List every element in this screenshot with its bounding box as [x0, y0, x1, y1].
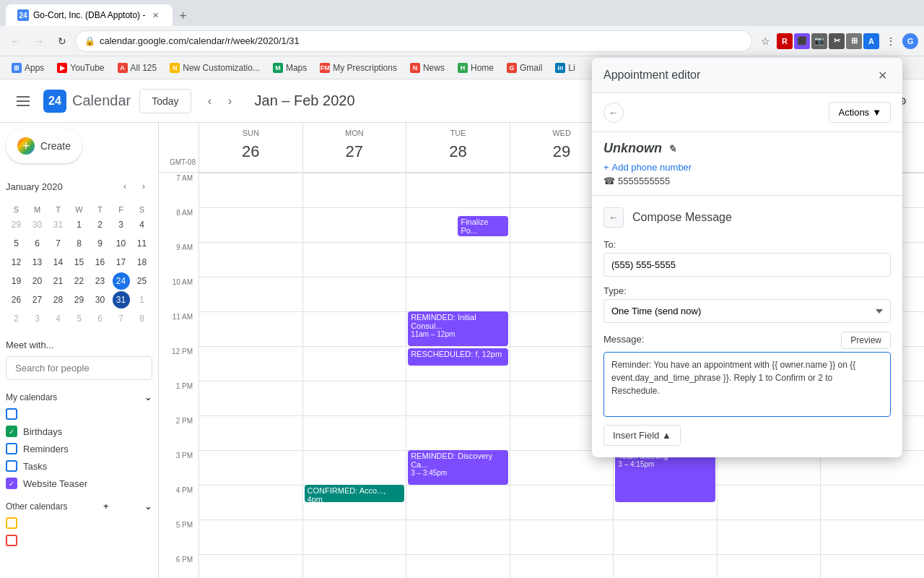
hour-6pm-fri[interactable]	[718, 554, 821, 578]
more-options-button[interactable]: ⋮	[881, 31, 901, 51]
search-people-input[interactable]	[6, 356, 152, 380]
ae-edit-icon[interactable]: ✎	[668, 143, 676, 155]
today-button[interactable]: Today	[139, 89, 191, 113]
hour-6pm-wed[interactable]	[510, 554, 614, 578]
back-button[interactable]: ←	[6, 31, 26, 51]
mini-cal-day-9[interactable]: 9	[92, 235, 109, 252]
hour-12pm-sun[interactable]	[199, 346, 302, 381]
hour-5pm-mon[interactable]	[303, 519, 406, 554]
mini-cal-day-18[interactable]: 18	[134, 254, 151, 271]
hour-1pm-tue[interactable]	[406, 381, 510, 415]
hour-6pm-tue[interactable]	[406, 554, 510, 578]
mini-cal-day-4[interactable]: 4	[134, 216, 151, 233]
mini-cal-day-2[interactable]: 2	[92, 216, 109, 233]
hour-6pm-thu[interactable]	[614, 554, 717, 578]
other-cal-item-1[interactable]	[6, 514, 152, 532]
hour-3pm-sun[interactable]	[199, 450, 302, 485]
type-select[interactable]: One Time (send now) Recurring Scheduled	[603, 299, 891, 323]
bookmark-home[interactable]: H Home	[452, 60, 500, 76]
mini-cal-day-23[interactable]: 23	[92, 272, 109, 290]
active-tab[interactable]: 24 Go-Cort, Inc. (DBA Apptoto) - ✕	[6, 4, 173, 26]
mini-cal-day-3-feb[interactable]: 3	[29, 310, 46, 327]
cal-item-reminders[interactable]: Reminders	[6, 440, 152, 457]
mini-cal-day-31-dec[interactable]: 31	[50, 216, 67, 233]
hour-5pm-fri[interactable]	[718, 519, 821, 554]
preview-button[interactable]: Preview	[841, 332, 891, 349]
new-tab-button[interactable]: +	[173, 6, 193, 26]
cal-item-tasks[interactable]: Tasks	[6, 457, 152, 475]
mini-cal-day-6[interactable]: 6	[29, 235, 46, 252]
ext-icon-6[interactable]: A	[863, 33, 879, 49]
hour-7am-mon[interactable]	[303, 173, 406, 207]
hour-2pm-mon[interactable]	[303, 415, 406, 450]
hour-6pm-sat[interactable]	[821, 554, 924, 578]
mini-cal-day-12[interactable]: 12	[8, 254, 25, 271]
mini-cal-day-11[interactable]: 11	[134, 235, 151, 252]
ext-icon-2[interactable]: ⬛	[794, 33, 810, 49]
bookmark-linkedin[interactable]: in Li	[549, 60, 580, 76]
mini-cal-day-8[interactable]: 8	[71, 235, 88, 252]
ext-icon-1[interactable]: R	[777, 33, 793, 49]
prev-week-button[interactable]: ‹	[200, 91, 220, 111]
mini-cal-day-28[interactable]: 28	[50, 291, 67, 309]
mini-cal-day-27[interactable]: 27	[29, 291, 46, 309]
other-calendars-add-icon[interactable]: +	[103, 501, 109, 512]
mini-cal-day-20[interactable]: 20	[29, 272, 46, 290]
cm-back-button[interactable]: ←	[603, 207, 624, 228]
address-bar[interactable]: 🔒 calendar.google.com/calendar/r/week/20…	[75, 30, 752, 52]
my-calendars-header[interactable]: My calendars ⌄	[6, 389, 152, 405]
mini-cal-day-1-feb[interactable]: 1	[134, 291, 151, 309]
cal-item-1[interactable]	[6, 405, 152, 423]
mini-cal-day-5[interactable]: 5	[8, 235, 25, 252]
mini-cal-day-16[interactable]: 16	[92, 254, 109, 271]
ext-icon-5[interactable]: ⊞	[846, 33, 862, 49]
forward-button[interactable]: →	[29, 31, 49, 51]
hour-5pm-tue[interactable]	[406, 519, 510, 554]
hour-9am-tue[interactable]	[406, 242, 510, 277]
mini-cal-day-2-feb[interactable]: 2	[8, 310, 25, 327]
hour-12pm-mon[interactable]	[303, 346, 406, 381]
mini-cal-day-5-feb[interactable]: 5	[71, 310, 88, 327]
ext-icon-3[interactable]: 📷	[811, 33, 827, 49]
cal-checkbox-tasks[interactable]	[6, 460, 17, 472]
refresh-button[interactable]: ↻	[52, 31, 72, 51]
hamburger-menu[interactable]	[12, 90, 35, 113]
mini-cal-day-7-feb[interactable]: 7	[113, 310, 130, 327]
bookmark-new-cust[interactable]: N New Customizatio...	[164, 60, 266, 76]
hour-6pm-mon[interactable]	[303, 554, 406, 578]
cal-item-birthdays[interactable]: Birthdays	[6, 423, 152, 440]
hour-4pm-fri[interactable]	[718, 485, 821, 519]
event-finalize[interactable]: Finalize Po...	[458, 216, 507, 236]
hour-2pm-sun[interactable]	[199, 415, 302, 450]
other-calendars-header[interactable]: Other calendars + ⌄	[6, 498, 152, 514]
hour-11am-mon[interactable]	[303, 311, 406, 346]
ext-icon-4[interactable]: ✂	[829, 33, 845, 49]
hour-1pm-mon[interactable]	[303, 381, 406, 415]
hour-11am-sun[interactable]	[199, 311, 302, 346]
hour-9am-sun[interactable]	[199, 242, 302, 277]
hour-5pm-thu[interactable]	[614, 519, 717, 554]
hour-5pm-sat[interactable]	[821, 519, 924, 554]
profile-icon[interactable]: G	[902, 33, 918, 49]
cal-checkbox-website-teaser[interactable]	[6, 478, 17, 489]
hour-1pm-sun[interactable]	[199, 381, 302, 415]
hour-9am-mon[interactable]	[303, 242, 406, 277]
ae-close-button[interactable]: ✕	[873, 66, 891, 84]
ae-actions-button[interactable]: Actions ▼	[829, 102, 891, 123]
tab-close-btn[interactable]: ✕	[149, 9, 161, 21]
event-reminded-initial[interactable]: REMINDED: Initial Consul... 11am – 12pm	[408, 311, 508, 346]
bookmark-apps[interactable]: ⊞ Apps	[6, 60, 50, 76]
mini-cal-day-24-today[interactable]: 24	[113, 272, 130, 290]
other-cal-checkbox-1[interactable]	[6, 517, 17, 529]
next-week-button[interactable]: ›	[220, 91, 240, 111]
bookmark-news[interactable]: N News	[404, 60, 450, 76]
create-button[interactable]: + Create	[6, 129, 82, 163]
bookmark-prescriptions[interactable]: FM My Prescriptions	[314, 60, 403, 76]
mini-cal-day-25[interactable]: 25	[134, 272, 151, 290]
hour-3pm-mon[interactable]	[303, 450, 406, 485]
cal-checkbox-1[interactable]	[6, 408, 17, 420]
mini-cal-day-26[interactable]: 26	[8, 291, 25, 309]
ae-add-phone[interactable]: + Add phone number	[603, 162, 891, 173]
to-input[interactable]	[603, 253, 891, 277]
ae-back-button[interactable]: ←	[603, 103, 624, 123]
